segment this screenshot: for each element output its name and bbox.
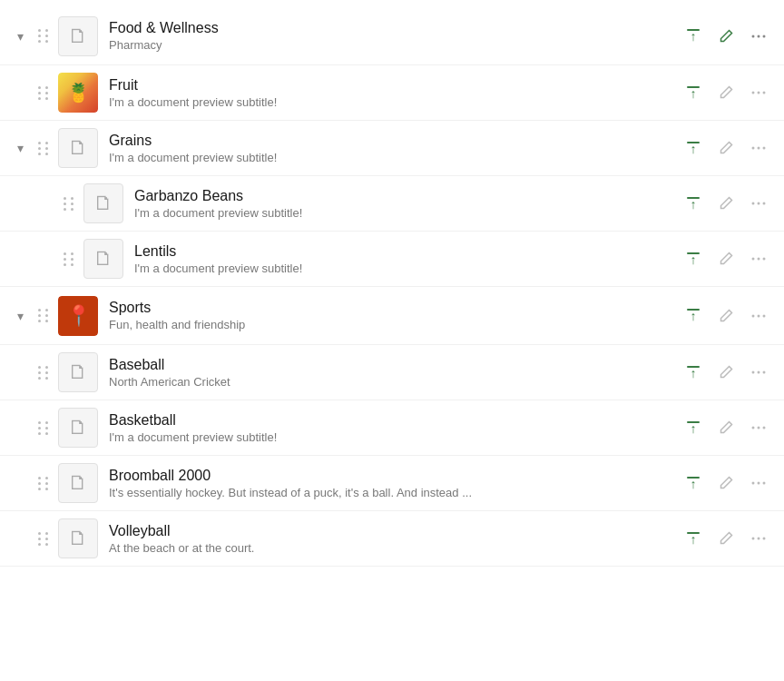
thumbnail-garbanzo: 🗋 [83,183,123,223]
item-garbanzo-beans: 🗋 Garbanzo Beans I'm a document preview … [0,176,784,232]
more-button-basketball[interactable] [744,413,773,442]
edit-button-volleyball[interactable] [711,524,740,553]
title-garbanzo: Garbanzo Beans [134,188,671,204]
drag-handle-lentils[interactable] [58,252,80,266]
upload-button-food-wellness[interactable]: ↑ [679,22,708,51]
edit-button-broomball[interactable] [711,469,740,498]
chevron-food-wellness[interactable]: ▾ [7,29,33,44]
edit-button-fruit[interactable] [711,78,740,107]
drag-handle-broomball[interactable] [33,477,54,490]
drag-handle-basketball[interactable] [33,421,54,435]
subtitle-garbanzo: I'm a document preview subtitle! [134,206,671,220]
upload-button-sports[interactable]: ↑ [679,301,708,331]
upload-arrow: ↑ [691,143,697,155]
upload-icon: ↑ [687,421,700,435]
drag-handle-grains[interactable] [33,142,54,155]
upload-button-broomball[interactable]: ↑ [679,469,708,498]
more-dots-icon [751,365,766,380]
more-dots-icon [751,531,766,546]
upload-icon: ↑ [687,197,700,211]
thumbnail-lentils: 🗋 [83,239,123,279]
actions-volleyball: ↑ [679,524,773,553]
svg-point-11 [763,202,766,205]
upload-arrow: ↑ [691,87,697,100]
chevron-down-icon: ▾ [17,29,24,44]
pencil-icon [719,365,733,380]
upload-button-garbanzo[interactable]: ↑ [679,189,708,218]
svg-point-17 [763,314,766,317]
svg-point-23 [763,427,766,429]
more-button-food-wellness[interactable] [744,22,773,51]
edit-button-baseball[interactable] [711,358,740,387]
upload-button-basketball[interactable]: ↑ [679,413,708,442]
more-button-lentils[interactable] [744,244,773,273]
more-button-grains[interactable] [744,133,773,163]
drag-handle-baseball[interactable] [33,366,54,380]
thumbnail-sports: 📍 [58,296,98,336]
upload-icon: ↑ [687,366,700,380]
more-button-volleyball[interactable] [744,524,773,553]
sports-image: 📍 [58,296,98,336]
edit-button-grains[interactable] [711,133,740,163]
more-button-garbanzo[interactable] [744,189,773,218]
svg-point-10 [758,202,760,205]
edit-button-lentils[interactable] [711,244,740,273]
svg-point-5 [763,92,766,94]
chevron-down-icon: ▾ [17,309,24,323]
svg-point-12 [752,258,755,261]
upload-icon: ↑ [687,29,700,43]
upload-arrow: ↑ [691,310,697,322]
actions-fruit: ↑ [679,78,773,107]
drag-handle-food-wellness[interactable] [33,29,54,43]
upload-arrow: ↑ [691,30,697,43]
more-dots-icon [751,141,766,155]
upload-arrow: ↑ [691,478,697,490]
upload-icon: ↑ [687,532,700,546]
upload-button-fruit[interactable]: ↑ [679,78,708,107]
edit-button-sports[interactable] [711,301,740,331]
pencil-icon [719,252,733,266]
drag-handle-volleyball[interactable] [33,532,54,546]
svg-point-25 [758,482,760,485]
upload-button-baseball[interactable]: ↑ [679,358,708,387]
pencil-icon [719,476,733,490]
upload-button-grains[interactable]: ↑ [679,133,708,163]
edit-button-food-wellness[interactable] [711,22,740,51]
upload-button-volleyball[interactable]: ↑ [679,524,708,553]
chevron-sports[interactable]: ▾ [7,309,33,323]
title-volleyball: Volleyball [109,523,671,539]
more-button-baseball[interactable] [744,358,773,387]
content-list: ▾ 🗋 Food & Wellness Pharmacy ↑ [0,0,784,574]
thumbnail-fruit: 🍍 [58,73,98,113]
document-icon: 🗋 [68,471,88,495]
title-grains: Grains [109,133,671,149]
upload-arrow: ↑ [691,253,697,266]
actions-lentils: ↑ [679,244,773,273]
drag-handle-sports[interactable] [33,309,54,322]
text-basketball: Basketball I'm a document preview subtit… [109,412,671,444]
more-button-fruit[interactable] [744,78,773,107]
svg-point-14 [763,258,766,261]
svg-point-4 [758,92,760,94]
subtitle-grains: I'm a document preview subtitle! [109,151,671,164]
svg-point-27 [752,538,755,540]
chevron-grains[interactable]: ▾ [7,141,33,155]
upload-button-lentils[interactable]: ↑ [679,244,708,273]
drag-handle-garbanzo[interactable] [58,197,80,211]
svg-point-8 [763,147,766,150]
more-button-sports[interactable] [744,301,773,331]
upload-icon: ↑ [687,309,700,322]
edit-button-basketball[interactable] [711,413,740,442]
svg-point-29 [763,538,766,540]
more-dots-icon [751,309,766,323]
document-icon: 🗋 [68,416,88,439]
fruit-image: 🍍 [58,73,98,113]
upload-icon: ↑ [687,86,700,100]
edit-button-garbanzo[interactable] [711,189,740,218]
section-food-wellness: ▾ 🗋 Food & Wellness Pharmacy ↑ [0,7,784,65]
more-button-broomball[interactable] [744,469,773,498]
drag-dots-icon [38,86,50,100]
upload-arrow: ↑ [691,367,697,380]
drag-handle-fruit[interactable] [33,86,54,100]
subtitle-lentils: I'm a document preview subtitle! [134,262,671,275]
